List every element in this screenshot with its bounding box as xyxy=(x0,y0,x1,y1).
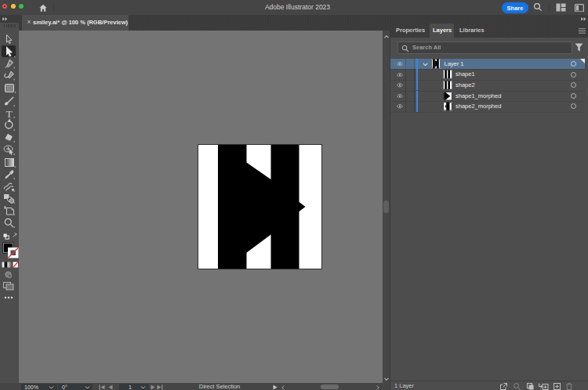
svg-text:T: T xyxy=(6,108,13,120)
